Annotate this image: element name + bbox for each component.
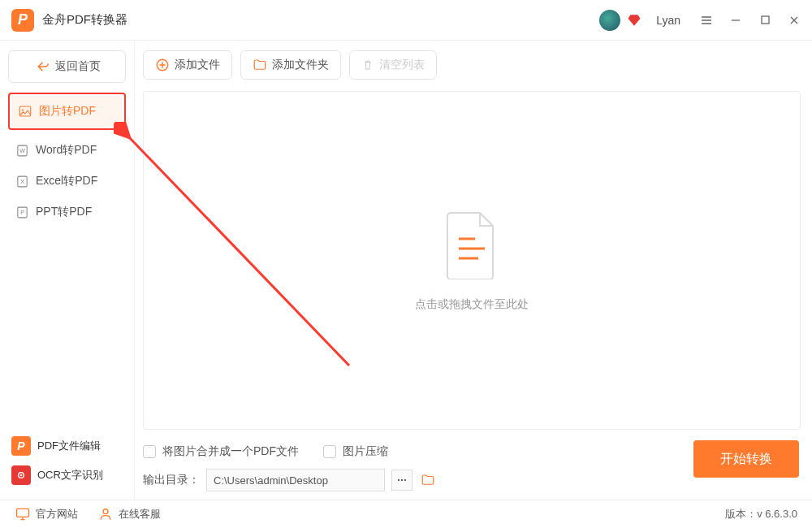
checkbox-box-icon (323, 445, 336, 458)
trash-icon (361, 58, 374, 71)
document-placeholder-icon (443, 210, 501, 279)
titlebar: P 金舟PDF转换器 Lyan (0, 0, 812, 41)
start-convert-button[interactable]: 开始转换 (693, 440, 799, 478)
plus-circle-icon (155, 58, 170, 72)
browse-button[interactable]: ⋯ (391, 470, 412, 491)
pdf-editor-icon: P (11, 436, 31, 456)
app-title: 金舟PDF转换器 (42, 12, 127, 28)
sidebar-item-excel-to-pdf[interactable]: X Excel转PDF (8, 166, 126, 197)
svg-text:P: P (20, 210, 24, 216)
button-label: 清空列表 (379, 58, 425, 72)
sidebar-item-label: PPT转PDF (36, 205, 92, 219)
word-icon: W (15, 143, 29, 158)
sidebar-item-image-to-pdf[interactable]: 图片转PDF (11, 96, 123, 127)
svg-rect-15 (17, 509, 29, 517)
home-label: 返回首页 (55, 59, 101, 74)
output-label: 输出目录： (143, 473, 200, 487)
add-file-button[interactable]: 添加文件 (143, 50, 232, 80)
checkbox-label: 将图片合并成一个PDF文件 (162, 444, 299, 459)
checkbox-box-icon (143, 445, 156, 458)
excel-icon: X (15, 174, 29, 188)
sidebar: 返回首页 图片转PDF W Word转PDF X Excel转PDF P PPT… (0, 41, 134, 500)
svg-rect-1 (19, 106, 31, 116)
button-label: 添加文件夹 (272, 58, 329, 72)
close-icon[interactable] (788, 14, 801, 27)
app-logo: P (11, 9, 34, 32)
version-text: 版本：v 6.6.3.0 (725, 507, 797, 522)
maximize-icon[interactable] (758, 14, 771, 27)
ocr-button[interactable]: OCR文字识别 (8, 461, 126, 490)
open-folder-button[interactable] (419, 471, 437, 489)
menu-icon[interactable] (700, 14, 713, 27)
footer: 官方网站 在线客服 版本：v 6.6.3.0 (0, 500, 812, 528)
clear-list-button: 清空列表 (349, 50, 437, 80)
monitor-icon (15, 506, 31, 522)
link-label: 官方网站 (36, 507, 78, 522)
pdf-editor-button[interactable]: P PDF文件编辑 (8, 431, 126, 461)
svg-text:X: X (20, 179, 24, 185)
checkbox-label: 图片压缩 (343, 444, 388, 459)
support-person-icon (97, 506, 114, 522)
vip-diamond-icon[interactable] (627, 13, 641, 28)
tool-label: PDF文件编辑 (37, 439, 101, 453)
tool-label: OCR文字识别 (37, 468, 103, 483)
svg-point-2 (22, 109, 24, 110)
image-icon (18, 104, 32, 119)
compress-checkbox[interactable]: 图片压缩 (323, 444, 388, 459)
svg-point-10 (20, 474, 23, 477)
drop-zone[interactable]: 点击或拖拽文件至此处 (143, 91, 801, 430)
svg-point-16 (103, 509, 108, 514)
user-avatar[interactable] (599, 10, 620, 31)
sidebar-item-label: Word转PDF (36, 143, 97, 158)
add-folder-button[interactable]: 添加文件夹 (240, 50, 341, 80)
sidebar-item-word-to-pdf[interactable]: W Word转PDF (8, 135, 126, 166)
official-site-link[interactable]: 官方网站 (15, 506, 78, 522)
username-label[interactable]: Lyan (656, 14, 680, 27)
merge-checkbox[interactable]: 将图片合并成一个PDF文件 (143, 444, 299, 459)
svg-text:W: W (19, 148, 25, 154)
drop-hint-text: 点击或拖拽文件至此处 (415, 297, 529, 312)
ppt-icon: P (15, 205, 29, 219)
link-label: 在线客服 (119, 507, 161, 522)
toolbar: 添加文件 添加文件夹 清空列表 (143, 50, 801, 80)
ocr-icon (11, 465, 31, 485)
minimize-icon[interactable] (729, 14, 742, 27)
support-link[interactable]: 在线客服 (97, 506, 161, 522)
folder-open-icon (421, 473, 435, 487)
button-label: 添加文件 (175, 58, 220, 72)
back-home-button[interactable]: 返回首页 (8, 50, 126, 83)
main-content: 添加文件 添加文件夹 清空列表 点击或拖拽文件至此处 (134, 41, 812, 500)
folder-icon (253, 58, 267, 72)
svg-rect-0 (762, 16, 769, 24)
back-arrow-icon (34, 59, 49, 74)
sidebar-item-label: 图片转PDF (39, 104, 96, 119)
ellipsis-icon: ⋯ (397, 474, 407, 486)
highlight-annotation: 图片转PDF (8, 93, 126, 130)
output-path-input[interactable] (206, 469, 385, 491)
sidebar-item-ppt-to-pdf[interactable]: P PPT转PDF (8, 197, 126, 227)
sidebar-item-label: Excel转PDF (36, 174, 97, 188)
